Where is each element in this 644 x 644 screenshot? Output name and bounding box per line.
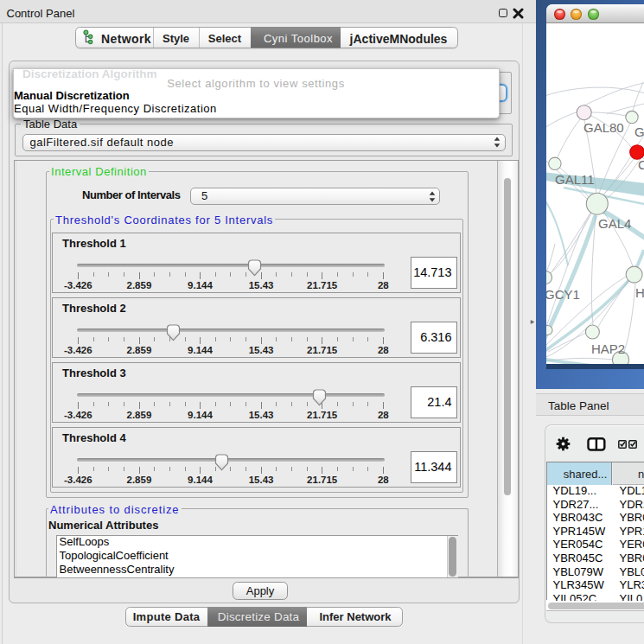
svg-text:C: C xyxy=(638,157,644,172)
svg-text:HAP2: HAP2 xyxy=(591,341,625,356)
svg-text:GA: GA xyxy=(634,124,644,139)
svg-text:GAL11: GAL11 xyxy=(555,172,595,187)
svg-text:GCY1: GCY1 xyxy=(546,287,580,302)
svg-text:GAL4: GAL4 xyxy=(598,216,631,231)
svg-text:H: H xyxy=(635,285,644,300)
svg-text:GAL80: GAL80 xyxy=(583,120,624,135)
